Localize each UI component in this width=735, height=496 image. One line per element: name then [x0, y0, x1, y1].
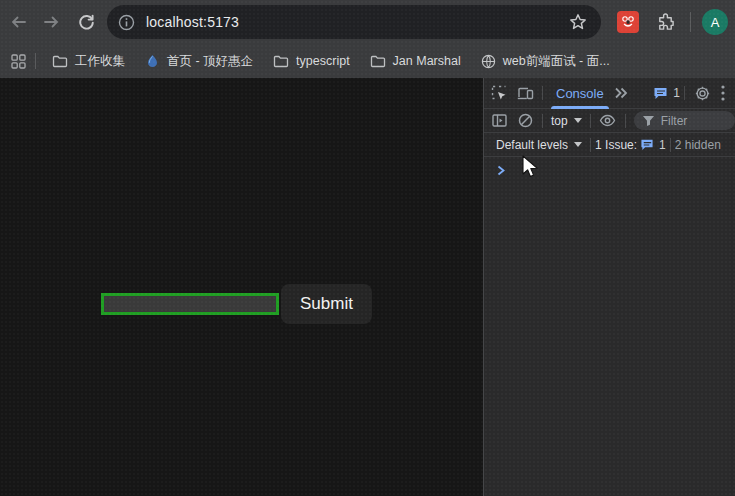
page-text-input[interactable] [101, 293, 279, 315]
submit-button[interactable]: Submit [281, 284, 372, 324]
bookmark-folder-typescript[interactable]: typescript [263, 48, 360, 74]
extensions-menu-button[interactable] [654, 11, 677, 33]
folder-icon [52, 54, 68, 68]
site-info-icon [118, 14, 135, 31]
browser-window: localhost:5173 A [0, 0, 735, 496]
clear-console-icon [518, 113, 533, 128]
console-messages-indicator[interactable]: 1 [653, 86, 680, 100]
apps-grid-button[interactable] [3, 47, 33, 75]
console-sidebar-button[interactable] [486, 110, 512, 132]
mouse-cursor [522, 155, 539, 179]
status-divider [590, 138, 591, 152]
folder-icon [273, 54, 289, 68]
chevron-down-icon [574, 142, 582, 147]
status-divider [670, 138, 671, 152]
url-text[interactable]: localhost:5173 [146, 14, 239, 30]
issues-label: 1 Issue: [595, 138, 637, 152]
kebab-menu-button[interactable] [715, 82, 731, 104]
console-sidebar-icon [492, 114, 507, 127]
address-bar[interactable]: localhost:5173 [107, 5, 601, 39]
bookmark-site-interview[interactable]: web前端面试 - 面... [471, 48, 620, 74]
avatar-letter: A [711, 15, 720, 30]
settings-button[interactable] [689, 82, 715, 104]
tabbar-divider [684, 86, 685, 100]
forward-button[interactable] [38, 8, 66, 36]
extensions-puzzle-icon [656, 13, 675, 32]
tab-console-label: Console [556, 86, 604, 101]
tab-console[interactable]: Console [547, 78, 613, 109]
bookmark-label: Jan Marshal [393, 54, 461, 68]
clear-console-button[interactable] [512, 110, 538, 132]
reload-icon [78, 14, 95, 31]
log-levels-selector[interactable]: Default levels [492, 138, 586, 152]
console-log-area[interactable] [484, 157, 735, 417]
kebab-menu-icon [721, 85, 725, 101]
issues-counter[interactable]: 1 Issue: 1 [595, 138, 666, 152]
folder-icon [370, 54, 386, 68]
chevron-down-icon [574, 118, 582, 123]
settings-gear-icon [694, 85, 711, 102]
forward-icon [43, 14, 61, 30]
toolbar-divider [542, 114, 543, 128]
pinned-extension-button[interactable] [617, 11, 639, 33]
bookmark-site-home[interactable]: 首页 - 顶好惠企 [135, 48, 263, 74]
inspect-icon [491, 85, 507, 101]
eye-icon [599, 114, 616, 127]
issues-count: 1 [659, 138, 666, 152]
bookmark-label: 工作收集 [75, 53, 125, 70]
globe-icon [481, 54, 496, 69]
toolbar-divider [625, 114, 626, 128]
device-toolbar-icon [517, 86, 534, 101]
live-expression-button[interactable] [595, 110, 621, 132]
pinned-extension-icon [620, 14, 636, 30]
bookmark-folder-jan-marshal[interactable]: Jan Marshal [360, 48, 471, 74]
back-button[interactable] [4, 8, 32, 36]
console-toolbar: top Filter [484, 109, 735, 133]
back-icon [9, 14, 27, 30]
bookmark-star-button[interactable] [565, 9, 591, 35]
prompt-chevron-icon [497, 165, 506, 176]
reload-button[interactable] [72, 8, 100, 36]
hidden-messages-label[interactable]: 2 hidden [675, 138, 721, 152]
toolbar-divider [690, 12, 691, 32]
bookmark-label: web前端面试 - 面... [503, 53, 610, 70]
blue-dome-site-icon [145, 54, 160, 69]
messages-icon [653, 86, 668, 100]
messages-count: 1 [673, 86, 680, 100]
console-filter-input[interactable]: Filter [634, 111, 735, 130]
browser-toolbar: localhost:5173 A [0, 0, 735, 44]
tabbar-divider [542, 86, 543, 100]
apps-grid-icon [11, 54, 26, 69]
toolbar-divider [590, 114, 591, 128]
console-status-bar: Default levels 1 Issue: 1 2 hidden [484, 133, 735, 157]
context-selected-label: top [551, 114, 568, 128]
filter-placeholder: Filter [661, 114, 688, 128]
bookmark-label: typescript [296, 54, 350, 68]
context-selector[interactable]: top [547, 114, 586, 128]
filter-funnel-icon [642, 115, 655, 127]
bookmark-label: 首页 - 顶好惠企 [167, 53, 253, 70]
profile-avatar[interactable]: A [702, 9, 728, 35]
devtools-panel: Console 1 [483, 78, 735, 496]
bookmark-star-icon [569, 13, 587, 31]
bookmarks-bar: 工作收集 首页 - 顶好惠企 typescript Jan Marshal [0, 44, 735, 78]
page-viewport: Submit [0, 78, 482, 496]
issues-icon [640, 138, 654, 151]
devtools-tabbar: Console 1 [484, 78, 735, 109]
site-info-button[interactable] [113, 9, 139, 35]
chevron-double-right-icon [613, 87, 629, 99]
log-levels-label: Default levels [496, 138, 568, 152]
inspect-element-button[interactable] [486, 82, 512, 104]
device-toolbar-button[interactable] [512, 82, 538, 104]
more-tabs-button[interactable] [613, 87, 629, 99]
bookmark-folder-work[interactable]: 工作收集 [42, 48, 135, 74]
bookmarks-divider [35, 53, 36, 69]
